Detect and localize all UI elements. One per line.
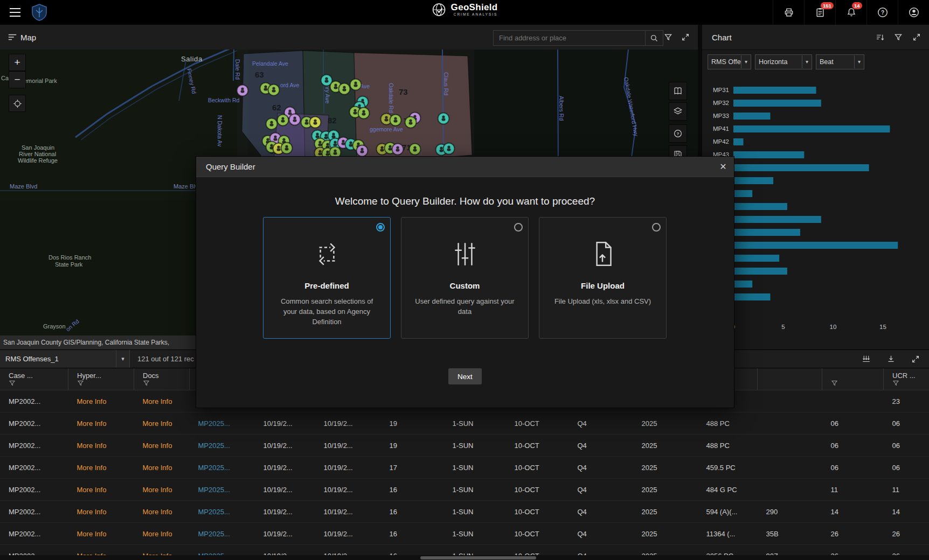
table-source-select[interactable]: RMS Offenses_1 ▾ <box>0 350 130 368</box>
file-upload-radio[interactable] <box>652 223 661 232</box>
table-row[interactable]: MP2002...More InfoMore InfoMP2025...10/1… <box>0 457 929 479</box>
crime-marker[interactable] <box>390 115 401 126</box>
map-filter-icon[interactable] <box>660 29 676 45</box>
column-header[interactable]: Docs <box>134 368 190 390</box>
crime-marker[interactable] <box>392 144 404 155</box>
chart-bar[interactable] <box>733 242 898 249</box>
map-help-button[interactable]: ? <box>669 124 687 143</box>
chart-sort-icon[interactable] <box>872 29 888 45</box>
table-row[interactable]: MP2002...More InfoMore InfoMP2025...10/1… <box>0 479 929 501</box>
filter-icon[interactable] <box>143 380 150 387</box>
chart-bar[interactable] <box>733 113 770 120</box>
cad-link[interactable]: MP2025... <box>198 508 230 516</box>
crime-marker[interactable] <box>339 83 350 95</box>
map-expand-icon[interactable] <box>677 29 694 45</box>
more-info-link[interactable]: More Info <box>143 530 172 538</box>
cad-link[interactable]: MP2025... <box>198 442 230 450</box>
cad-link[interactable]: MP2025... <box>198 419 230 428</box>
filter-icon[interactable] <box>9 380 16 387</box>
more-info-link[interactable]: More Info <box>77 442 107 450</box>
app-logo-shield-icon[interactable] <box>31 3 47 22</box>
next-button[interactable]: Next <box>448 368 482 384</box>
chart-bar[interactable] <box>733 190 752 197</box>
zoom-out-button[interactable]: − <box>9 71 26 88</box>
map-panel-menu-icon[interactable] <box>4 29 20 45</box>
reports-button[interactable]: 151 <box>804 0 835 25</box>
more-info-link[interactable]: More Info <box>143 508 172 516</box>
basemap-button[interactable] <box>669 82 687 100</box>
layers-button[interactable] <box>669 102 687 121</box>
more-info-link[interactable]: More Info <box>77 419 107 428</box>
table-row[interactable]: MP2002...More InfoMore InfoMP2025...10/1… <box>0 435 929 457</box>
filter-icon[interactable] <box>892 380 899 387</box>
table-row[interactable]: MP2002...More InfoMore InfoMP2025...10/1… <box>0 523 929 545</box>
filter-icon[interactable] <box>831 380 838 387</box>
cad-link[interactable]: MP2025... <box>198 530 230 538</box>
table-row[interactable]: MP2002...More InfoMore InfoMP2025...10/1… <box>0 501 929 523</box>
crime-marker[interactable] <box>410 144 421 155</box>
chart-source-select[interactable]: RMS Offe▾ <box>708 54 751 69</box>
crime-marker[interactable] <box>278 115 289 126</box>
chart-bar[interactable] <box>733 293 770 300</box>
more-info-link[interactable]: More Info <box>143 486 172 494</box>
crime-marker[interactable] <box>268 85 280 96</box>
horizontal-scrollbar[interactable] <box>0 555 929 560</box>
chart-bar[interactable] <box>733 268 787 275</box>
crime-marker[interactable] <box>281 143 293 154</box>
zoom-in-button[interactable]: + <box>9 54 26 71</box>
dialog-titlebar[interactable]: Query Builder ✕ <box>196 157 734 177</box>
chart-bar[interactable] <box>733 255 779 262</box>
help-button[interactable]: ? <box>866 0 898 25</box>
chart-bar[interactable] <box>733 164 869 171</box>
crime-marker[interactable] <box>237 85 248 96</box>
option-card-custom[interactable]: Custom User defined query against your d… <box>401 217 529 339</box>
more-info-link[interactable]: More Info <box>77 508 107 516</box>
predefined-radio[interactable] <box>376 223 385 232</box>
crime-marker[interactable] <box>266 118 278 130</box>
more-info-link[interactable]: More Info <box>143 442 172 450</box>
print-button[interactable] <box>773 0 804 25</box>
fit-columns-icon[interactable] <box>858 351 874 367</box>
chart-bar[interactable] <box>733 177 773 184</box>
column-header[interactable] <box>758 368 822 390</box>
notifications-button[interactable]: 14 <box>835 0 866 25</box>
crime-marker[interactable] <box>289 114 301 125</box>
more-info-link[interactable]: More Info <box>77 464 107 472</box>
more-info-link[interactable]: More Info <box>77 397 107 405</box>
table-row[interactable]: MP2002...More InfoMore InfoMP2025...10/1… <box>0 412 929 435</box>
chart-bar[interactable] <box>733 100 821 107</box>
account-button[interactable] <box>898 0 929 25</box>
chart-bar[interactable] <box>733 216 821 223</box>
filter-icon[interactable] <box>77 380 84 387</box>
chart-field-select[interactable]: Beat▾ <box>816 54 864 69</box>
download-icon[interactable] <box>883 351 899 367</box>
crime-marker[interactable] <box>350 79 362 90</box>
cad-link[interactable]: MP2025... <box>198 464 230 472</box>
chart-orientation-select[interactable]: Horizonta▾ <box>755 54 812 69</box>
chart-bar[interactable] <box>733 125 890 132</box>
column-header[interactable]: Case ... <box>0 368 68 390</box>
close-icon[interactable]: ✕ <box>712 162 734 172</box>
column-header[interactable] <box>822 368 884 390</box>
option-card-predefined[interactable]: Pre-defined Common search selections of … <box>263 217 391 339</box>
search-input[interactable] <box>494 34 645 42</box>
chart-bar[interactable] <box>733 203 787 210</box>
chart-bar[interactable] <box>733 281 752 288</box>
menu-icon[interactable] <box>6 4 24 20</box>
more-info-link[interactable]: More Info <box>77 530 107 538</box>
table-expand-icon[interactable] <box>907 351 924 367</box>
more-info-link[interactable]: More Info <box>143 397 172 405</box>
chart-expand-icon[interactable] <box>909 29 925 45</box>
column-header[interactable]: UCR ... <box>884 368 929 390</box>
crime-marker[interactable] <box>438 113 449 124</box>
chart-bar[interactable] <box>733 87 816 94</box>
crime-marker[interactable] <box>310 117 321 128</box>
chart-bar[interactable] <box>733 229 800 236</box>
more-info-link[interactable]: More Info <box>143 419 172 428</box>
more-info-link[interactable]: More Info <box>143 464 172 472</box>
option-card-file-upload[interactable]: File Upload File Upload (xls, xlsx and C… <box>539 217 667 339</box>
custom-radio[interactable] <box>514 223 523 232</box>
chart-filter-icon[interactable] <box>890 29 906 45</box>
more-info-link[interactable]: More Info <box>77 486 107 494</box>
crime-marker[interactable] <box>405 117 417 128</box>
